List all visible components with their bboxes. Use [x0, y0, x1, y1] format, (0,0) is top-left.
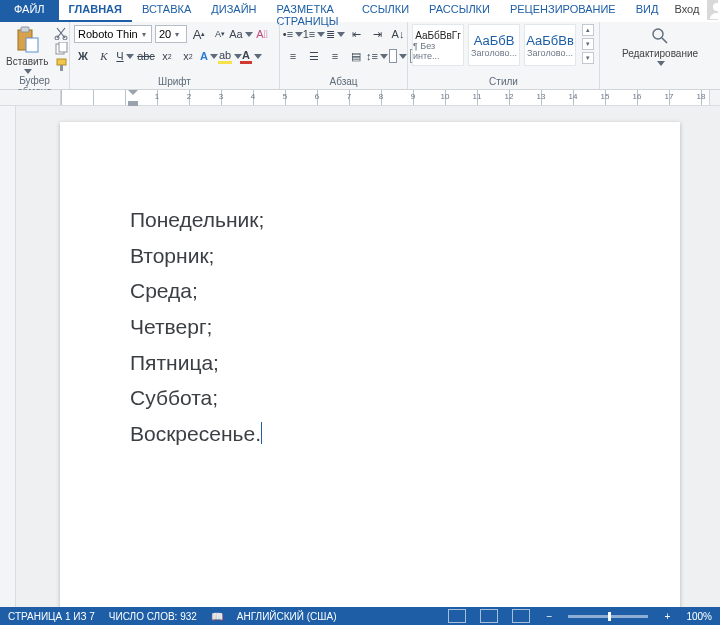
- view-web-icon[interactable]: [512, 609, 530, 623]
- tab-strip: ФАЙЛ ГЛАВНАЯ ВСТАВКА ДИЗАЙН РАЗМЕТКА СТР…: [0, 0, 720, 22]
- format-painter-icon[interactable]: [54, 58, 70, 72]
- styles-more-icon[interactable]: ▾: [582, 52, 594, 64]
- svg-rect-2: [26, 38, 38, 52]
- align-center-button[interactable]: ☰: [305, 47, 323, 65]
- zoom-thumb-icon[interactable]: [608, 612, 611, 621]
- doc-line: Воскресенье.: [130, 416, 640, 452]
- doc-line: Четверг;: [130, 309, 640, 345]
- tab-mailings[interactable]: РАССЫЛКИ: [419, 0, 500, 22]
- change-case-button[interactable]: Aa: [232, 25, 250, 43]
- sign-in-link[interactable]: Вход: [668, 0, 705, 22]
- tab-view[interactable]: ВИД: [626, 0, 669, 22]
- tab-references[interactable]: ССЫЛКИ: [352, 0, 419, 22]
- cut-icon[interactable]: [54, 26, 70, 40]
- zoom-in-button[interactable]: +: [662, 611, 672, 622]
- font-name-select[interactable]: Roboto Thin▾: [74, 25, 152, 43]
- group-styles-label: Стили: [412, 75, 595, 89]
- group-font: Roboto Thin▾ 20▾ A▴ A▾ Aa A⃠ Ж К Ч abc x…: [70, 22, 280, 89]
- svg-rect-6: [59, 42, 67, 52]
- align-left-button[interactable]: ≡: [284, 47, 302, 65]
- svg-line-10: [662, 38, 667, 43]
- svg-point-9: [653, 29, 663, 39]
- clipboard-paste-icon: [14, 26, 40, 54]
- document-body[interactable]: Понедельник; Вторник; Среда; Четверг; Пя…: [130, 202, 640, 452]
- editing-caret-icon: [657, 61, 665, 66]
- editing-button[interactable]: Редактирование: [620, 24, 700, 66]
- indent-marker-icon[interactable]: [128, 90, 138, 106]
- workspace: Понедельник; Вторник; Среда; Четверг; Пя…: [0, 106, 720, 607]
- style-normal[interactable]: АаБбВвГг ¶ Без инте...: [412, 24, 464, 66]
- zoom-level[interactable]: 100%: [686, 611, 712, 622]
- tab-insert[interactable]: ВСТАВКА: [132, 0, 201, 22]
- status-wordcount[interactable]: ЧИСЛО СЛОВ: 932: [109, 611, 197, 622]
- strikethrough-button[interactable]: abc: [137, 47, 155, 65]
- text-effects-button[interactable]: A: [200, 47, 218, 65]
- group-styles: АаБбВвГг ¶ Без инте... АаБбВ Заголово...…: [408, 22, 600, 89]
- font-size-select[interactable]: 20▾: [155, 25, 187, 43]
- align-right-button[interactable]: ≡: [326, 47, 344, 65]
- tab-review[interactable]: РЕЦЕНЗИРОВАНИЕ: [500, 0, 626, 22]
- group-font-label: Шрифт: [74, 75, 275, 89]
- view-read-icon[interactable]: [448, 609, 466, 623]
- status-language[interactable]: АНГЛИЙСКИЙ (США): [237, 611, 337, 622]
- clear-formatting-button[interactable]: A⃠: [253, 25, 271, 43]
- status-page[interactable]: СТРАНИЦА 1 ИЗ 7: [8, 611, 95, 622]
- ribbon: Вставить Буфер обмена Roboto Thin▾ 20▾ A…: [0, 22, 720, 90]
- copy-icon[interactable]: [54, 42, 70, 56]
- view-print-icon[interactable]: [480, 609, 498, 623]
- font-color-button[interactable]: A: [242, 47, 260, 65]
- superscript-button[interactable]: x2: [179, 47, 197, 65]
- style-heading1[interactable]: АаБбВ Заголово...: [468, 24, 520, 66]
- multilevel-button[interactable]: ≣: [326, 25, 344, 43]
- increase-indent-button[interactable]: ⇥: [368, 25, 386, 43]
- paste-button[interactable]: Вставить: [4, 24, 50, 74]
- sort-button[interactable]: A↓: [389, 25, 407, 43]
- doc-line: Понедельник;: [130, 202, 640, 238]
- group-editing: Редактирование: [600, 22, 720, 89]
- tab-file[interactable]: ФАЙЛ: [0, 0, 59, 22]
- bold-button[interactable]: Ж: [74, 47, 92, 65]
- styles-scroll-down-icon[interactable]: ▾: [582, 38, 594, 50]
- doc-line: Пятница;: [130, 345, 640, 381]
- svg-rect-7: [57, 59, 66, 65]
- group-paragraph: •≡ 1≡ ≣ ⇤ ⇥ A↓ ¶ ≡ ☰ ≡ ▤ ↕≡ Абзац: [280, 22, 408, 89]
- doc-line: Среда;: [130, 273, 640, 309]
- underline-button[interactable]: Ч: [116, 47, 134, 65]
- italic-button[interactable]: К: [95, 47, 113, 65]
- bullets-button[interactable]: •≡: [284, 25, 302, 43]
- style-heading2[interactable]: АаБбВв Заголово...: [524, 24, 576, 66]
- status-bar: СТРАНИЦА 1 ИЗ 7 ЧИСЛО СЛОВ: 932 📖 АНГЛИЙ…: [0, 607, 720, 625]
- ruler-horizontal[interactable]: 123456789101112131415161718: [0, 90, 720, 106]
- find-icon: [650, 26, 670, 46]
- line-spacing-button[interactable]: ↕≡: [368, 47, 386, 65]
- doc-line: Суббота;: [130, 380, 640, 416]
- zoom-out-button[interactable]: −: [544, 611, 554, 622]
- editing-label: Редактирование: [622, 48, 698, 59]
- group-clipboard: Вставить Буфер обмена: [0, 22, 70, 89]
- styles-scroll-up-icon[interactable]: ▴: [582, 24, 594, 36]
- decrease-indent-button[interactable]: ⇤: [347, 25, 365, 43]
- styles-scroll[interactable]: ▴ ▾ ▾: [582, 24, 594, 64]
- paste-label: Вставить: [6, 56, 48, 67]
- document-page[interactable]: Понедельник; Вторник; Среда; Четверг; Пя…: [60, 122, 680, 607]
- highlight-button[interactable]: ab: [221, 47, 239, 65]
- subscript-button[interactable]: x2: [158, 47, 176, 65]
- svg-rect-1: [21, 27, 29, 32]
- shrink-font-button[interactable]: A▾: [211, 25, 229, 43]
- tab-home[interactable]: ГЛАВНАЯ: [59, 0, 132, 22]
- numbering-button[interactable]: 1≡: [305, 25, 323, 43]
- svg-rect-8: [60, 65, 63, 71]
- text-cursor-icon: [261, 422, 262, 444]
- doc-line: Вторник;: [130, 238, 640, 274]
- group-paragraph-label: Абзац: [284, 75, 403, 89]
- shading-button[interactable]: [389, 47, 407, 65]
- status-proofing-icon[interactable]: 📖: [211, 611, 223, 622]
- grow-font-button[interactable]: A▴: [190, 25, 208, 43]
- user-avatar-icon[interactable]: [707, 0, 718, 20]
- ruler-vertical[interactable]: [0, 106, 16, 607]
- justify-button[interactable]: ▤: [347, 47, 365, 65]
- tab-page-layout[interactable]: РАЗМЕТКА СТРАНИЦЫ: [266, 0, 351, 22]
- zoom-slider[interactable]: [568, 615, 648, 618]
- tab-design[interactable]: ДИЗАЙН: [201, 0, 266, 22]
